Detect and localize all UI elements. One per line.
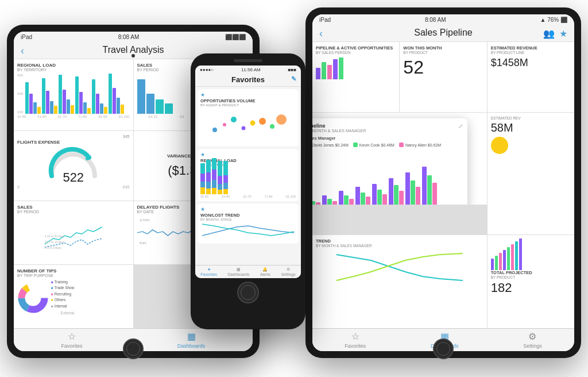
phone-regional-load[interactable]: ★ Regional Load BY TERRITORY 41-5051-606… xyxy=(198,149,299,201)
est-rev2-subtitle: Estimated Rev xyxy=(491,116,571,120)
phone-alerts-icon: 🔔 xyxy=(262,267,268,272)
tablet-right-title: Sales Pipeline xyxy=(414,28,472,37)
phone-statusbar: ●●●●○ 11:56 AM ■■■ xyxy=(195,66,301,74)
tablet-right-navbar: ‹ Sales Pipeline 👥 ★ xyxy=(312,25,574,42)
tr-favorites-icon: ☆ xyxy=(351,331,359,342)
est-rev2-value: 58M xyxy=(491,121,571,134)
opportunities-title: Opportunities volume xyxy=(200,98,296,103)
phone-favorites-label: Favorites xyxy=(200,272,217,276)
phone-tab-favorites[interactable]: ★ Favorites xyxy=(200,267,217,276)
tablet-left-back-button[interactable]: ‹ xyxy=(21,45,24,57)
tablet-right-home-button[interactable] xyxy=(433,338,454,359)
donut-chart-svg xyxy=(17,282,49,314)
page-indicator xyxy=(131,54,135,57)
tr-home-inner xyxy=(436,342,450,356)
tab-favorites-left[interactable]: ☆ Favorites xyxy=(61,331,83,349)
phone-tab-settings[interactable]: ⚙ Settings xyxy=(281,267,295,276)
tablet-left-device-label: iPad xyxy=(21,34,32,40)
est-rev2-chart[interactable]: Estimated Rev 58M xyxy=(488,113,574,234)
tablet-right-content: Pipeline & Active Opportunities BY SALES… xyxy=(312,42,574,328)
phone-settings-icon: ⚙ xyxy=(287,267,290,272)
phone-time: 11:56 AM xyxy=(241,67,261,72)
tablet-right-back-button[interactable]: ‹ xyxy=(319,28,323,40)
total-projected-cell[interactable]: Total Projected BY PRODUCT 182 xyxy=(488,235,574,328)
won-month-title: Won This Month xyxy=(403,45,483,51)
tab-favorites-label: Favorites xyxy=(61,343,83,349)
won-month-value: 52 xyxy=(403,58,483,76)
tablet-left-home-button[interactable] xyxy=(123,338,144,359)
legend-david: David Jones $0.24M xyxy=(312,143,349,147)
phone-favorites-icon: ★ xyxy=(207,267,211,272)
pipeline-popup[interactable]: Pipeline BY MONTH & SALES MANAGER ⤢ Sale… xyxy=(312,118,467,205)
svg-text:1-0 to 0 days: 1-0 to 0 days xyxy=(45,246,61,249)
won-lost-svg xyxy=(200,221,296,238)
popup-title: Pipeline xyxy=(312,123,366,129)
trend-chart[interactable]: Trend BY MONTH & SALES MANAGER xyxy=(312,235,487,328)
est-revenue-title: Estimated Revenue xyxy=(491,45,571,51)
opportunities-chart[interactable]: ★ Opportunities volume BY AGENT & PRODUC… xyxy=(198,89,299,147)
flights-expense-title: Flights Expense xyxy=(17,140,130,145)
tr-settings-label: Settings xyxy=(523,343,542,349)
tab-dashboards-label: Dashboards xyxy=(177,343,206,349)
home-button-inner xyxy=(126,342,140,356)
est-revenue-subtitle: BY PRODUCT LINE xyxy=(491,51,571,55)
sales-period2-svg: 1-0 to 0 days 21-7 to 13 days 3 14 to 20… xyxy=(17,216,130,250)
people-icon[interactable]: 👥 xyxy=(543,28,555,39)
flights-value: 522 xyxy=(17,170,130,185)
phone-tab-dashboards[interactable]: ▦ Dashboards xyxy=(228,267,250,276)
phone-dashboards-icon: ▦ xyxy=(237,267,241,272)
pipeline-subtitle: BY SALES PERSON xyxy=(316,51,396,55)
dashboards-icon: ▦ xyxy=(187,331,196,342)
tablet-left-statusbar: iPad 8:08 AM ⬛⬛⬛ xyxy=(14,32,253,43)
phone-home-button[interactable] xyxy=(237,282,259,303)
pipeline-popup-cell[interactable]: Pipeline BY MONTH & SALES MANAGER ⤢ Sale… xyxy=(312,113,487,205)
gauge-min: 0 xyxy=(17,185,20,189)
svg-point-0 xyxy=(86,157,89,160)
pipeline-chart[interactable]: Pipeline & Active Opportunities BY SALES… xyxy=(312,42,399,112)
svg-text:15K: 15K xyxy=(139,218,150,222)
won-month-chart[interactable]: Won This Month BY PRODUCT 52 xyxy=(400,42,486,112)
phone-navbar: Favorites ✎ xyxy=(195,74,301,87)
gauge-max: 645 xyxy=(123,185,130,189)
phone-battery: ■■■ xyxy=(288,67,296,72)
sales-period2-chart[interactable]: Sales BY PERIOD 1-0 to 0 days 21-7 to 13… xyxy=(14,201,133,264)
trend-svg xyxy=(316,249,483,283)
phone-home-inner xyxy=(241,285,256,300)
star-icon[interactable]: ★ xyxy=(559,28,567,39)
phone-screen: ●●●●○ 11:56 AM ■■■ Favorites ✎ ★ Opportu… xyxy=(195,66,301,278)
won-month-subtitle: BY PRODUCT xyxy=(403,51,483,55)
regional-load-chart[interactable]: Regional Load BY TERRITORY 400200100 xyxy=(14,59,133,130)
regional-load-subtitle: BY TERRITORY xyxy=(17,68,130,72)
tab-favorites-right[interactable]: ☆ Favorites xyxy=(345,331,366,349)
phone-edit-button[interactable]: ✎ xyxy=(291,75,296,83)
tablet-left-title: Travel Analysis xyxy=(103,45,164,55)
tab-dashboards-left[interactable]: ▦ Dashboards xyxy=(177,331,206,349)
tablet-right-time: 8:08 AM xyxy=(425,17,446,23)
total-projected-value: 182 xyxy=(491,280,571,295)
scene: iPad 8:08 AM ⬛⬛⬛ ‹ Travel Analysis Regio… xyxy=(7,7,581,370)
trend-subtitle: BY MONTH & SALES MANAGER xyxy=(316,244,483,248)
phone-regional-bars xyxy=(200,168,296,194)
tr-settings-icon: ⚙ xyxy=(528,331,536,342)
phone-settings-label: Settings xyxy=(281,272,295,276)
number-of-tips-chart[interactable]: Number of Tips BY TRIP PURPOSE ■ Trainin… xyxy=(14,265,133,328)
tablet-right-nav-icons: 👥 ★ xyxy=(543,28,567,39)
sales-period2-title: Sales xyxy=(17,205,130,210)
tab-settings-right[interactable]: ⚙ Settings xyxy=(523,331,542,349)
sales-period2-subtitle: BY PERIOD xyxy=(17,210,130,214)
popup-legend: David Jones $0.24M Kevin Cook $0.46M Nan… xyxy=(312,143,463,147)
tips-title: Number of Tips xyxy=(17,268,130,274)
flights-expense-chart[interactable]: 345 Flights Expense 522 xyxy=(14,131,133,201)
popup-manager-label: Sales Manager xyxy=(312,136,463,141)
estimated-revenue-chart[interactable]: Estimated Revenue BY PRODUCT LINE $1458M xyxy=(488,42,574,112)
yellow-circle xyxy=(491,137,508,154)
tablet-right-statusbar: iPad 8:08 AM ▲ 76% ⬛ xyxy=(312,14,574,25)
phone-tabbar: ★ Favorites ▦ Dashboards 🔔 Alerts ⚙ Sett… xyxy=(195,265,301,278)
expand-icon[interactable]: ⤢ xyxy=(458,123,463,129)
legend-kevin: Kevin Cook $0.46M xyxy=(353,143,394,147)
won-lost-chart[interactable]: ★ Won/Lost Trend BY MONTH, STAGE xyxy=(198,203,299,244)
phone-tab-alerts[interactable]: 🔔 Alerts xyxy=(260,267,270,276)
tablet-right-screen: iPad 8:08 AM ▲ 76% ⬛ ‹ Sales Pipeline 👥 … xyxy=(312,14,574,351)
tr-favorites-label: Favorites xyxy=(345,343,366,349)
phone-title: Favorites xyxy=(231,75,265,84)
